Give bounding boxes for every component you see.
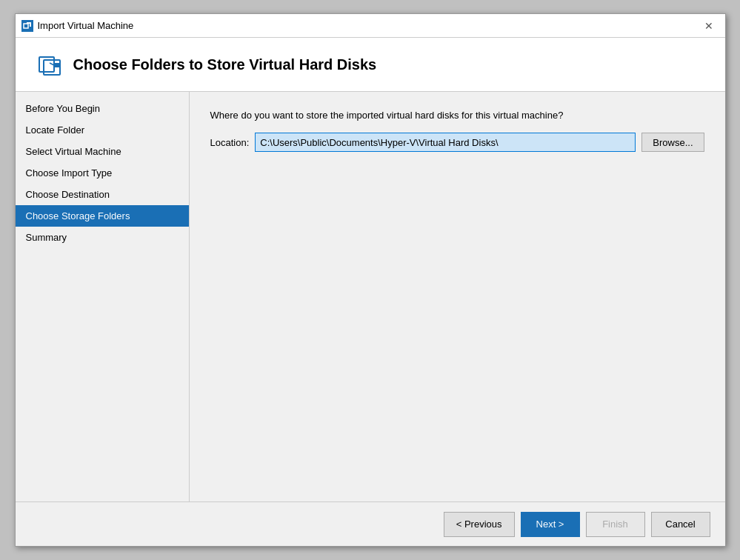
window-title: Import Virtual Machine [38, 20, 134, 31]
sidebar-item-choose-storage-folders[interactable]: Choose Storage Folders [16, 205, 189, 227]
page-header-icon [38, 53, 61, 76]
sidebar: Before You Begin Locate Folder Select Vi… [16, 92, 190, 501]
location-input[interactable] [255, 133, 636, 152]
content-area: Before You Begin Locate Folder Select Vi… [16, 92, 725, 501]
titlebar: Import Virtual Machine ✕ [16, 14, 725, 38]
cancel-button[interactable]: Cancel [651, 512, 710, 537]
question-text: Where do you want to store the imported … [210, 110, 704, 121]
window-icon [21, 20, 33, 32]
next-button[interactable]: Next > [521, 512, 580, 537]
page-header: Choose Folders to Store Virtual Hard Dis… [16, 38, 725, 92]
page-title: Choose Folders to Store Virtual Hard Dis… [73, 56, 377, 73]
location-label: Location: [210, 137, 250, 148]
import-vm-window: Import Virtual Machine ✕ Choose Folders … [15, 13, 726, 547]
svg-marker-6 [54, 63, 60, 67]
previous-button[interactable]: < Previous [444, 512, 515, 537]
main-content: Where do you want to store the imported … [190, 92, 725, 501]
titlebar-left: Import Virtual Machine [21, 20, 134, 32]
location-row: Location: Browse... [210, 133, 704, 152]
finish-button[interactable]: Finish [586, 512, 645, 537]
sidebar-item-summary[interactable]: Summary [16, 227, 189, 248]
sidebar-item-before-you-begin[interactable]: Before You Begin [16, 98, 189, 119]
sidebar-item-select-virtual-machine[interactable]: Select Virtual Machine [16, 141, 189, 162]
sidebar-item-choose-import-type[interactable]: Choose Import Type [16, 162, 189, 184]
close-button[interactable]: ✕ [699, 19, 719, 33]
sidebar-item-choose-destination[interactable]: Choose Destination [16, 184, 189, 205]
browse-button[interactable]: Browse... [641, 133, 704, 152]
sidebar-item-locate-folder[interactable]: Locate Folder [16, 119, 189, 141]
footer: < Previous Next > Finish Cancel [16, 501, 725, 546]
